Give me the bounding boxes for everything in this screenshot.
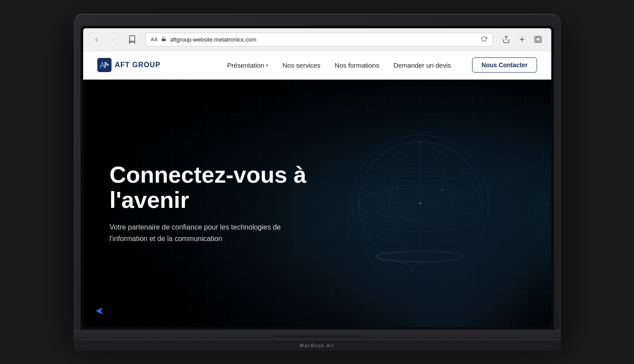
- aa-label: AA: [151, 37, 158, 42]
- reload-button[interactable]: [481, 36, 487, 43]
- camera-dot: [315, 20, 319, 24]
- macbook-label: MacBook Air: [74, 340, 561, 351]
- bookmarks-icon[interactable]: [126, 33, 138, 46]
- address-bar[interactable]: AA aftgroup-website.metatronicx.com: [145, 33, 493, 46]
- svg-rect-4: [534, 36, 541, 42]
- nav-formations[interactable]: Nos formations: [334, 61, 379, 69]
- logo-icon: [97, 58, 111, 72]
- browser-nav-buttons: ‹ ›: [90, 33, 119, 46]
- website-header: AFT GROUP Présentation ▾ Nos services No…: [83, 51, 551, 80]
- hero-subtitle: Votre partenaire de confiance pour les t…: [110, 222, 296, 244]
- bottom-arrow-icon[interactable]: [94, 306, 104, 318]
- tab-overview-button[interactable]: [532, 33, 544, 46]
- svg-rect-6: [97, 58, 111, 72]
- share-button[interactable]: [500, 33, 512, 46]
- laptop-body: ‹ › AA: [74, 14, 561, 330]
- svg-rect-5: [536, 38, 540, 41]
- nav-devis[interactable]: Demander un devis: [393, 61, 451, 69]
- add-tab-button[interactable]: [516, 33, 528, 46]
- url-text: aftgroup-website.metatronicx.com: [170, 36, 477, 43]
- chevron-down-icon: ▾: [266, 63, 268, 68]
- lock-icon: [161, 36, 166, 43]
- nav-services[interactable]: Nos services: [282, 61, 320, 69]
- svg-marker-24: [96, 307, 103, 314]
- laptop-shell: ‹ › AA: [74, 14, 561, 351]
- forward-button[interactable]: ›: [106, 33, 119, 46]
- hero-title: Connectez-vous à l'avenir: [110, 162, 322, 213]
- contact-button[interactable]: Nous Contacter: [472, 57, 537, 73]
- hero-section: Connectez-vous à l'avenir Votre partenai…: [83, 80, 551, 327]
- laptop-base: [74, 330, 561, 340]
- browser-chrome: ‹ › AA: [83, 28, 551, 51]
- hero-content: Connectez-vous à l'avenir Votre partenai…: [83, 162, 349, 245]
- back-button[interactable]: ‹: [90, 33, 103, 46]
- browser-actions: [500, 33, 544, 46]
- logo-area[interactable]: AFT GROUP: [97, 58, 161, 72]
- laptop-stand: [273, 332, 361, 337]
- screen-bezel: ‹ › AA: [81, 26, 554, 330]
- nav-links: Présentation ▾ Nos services Nos formatio…: [227, 57, 537, 73]
- logo-text: AFT GROUP: [115, 61, 161, 69]
- svg-rect-0: [162, 38, 166, 41]
- screen-inner: ‹ › AA: [83, 28, 551, 327]
- nav-presentation[interactable]: Présentation ▾: [227, 61, 268, 69]
